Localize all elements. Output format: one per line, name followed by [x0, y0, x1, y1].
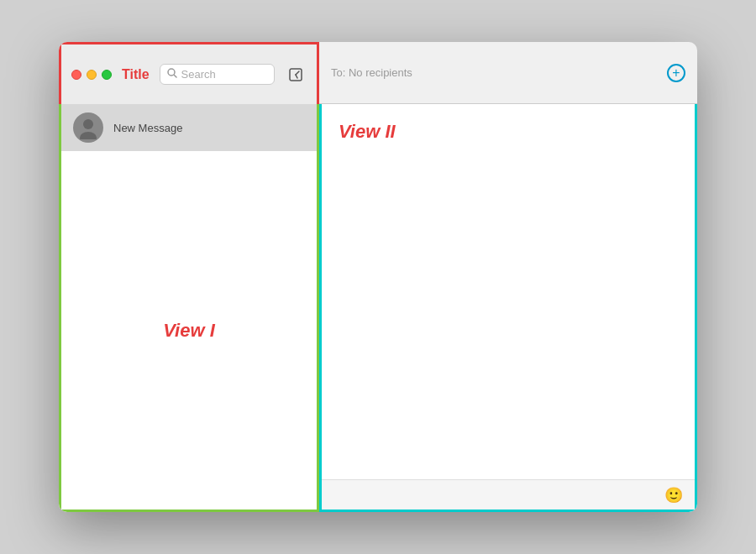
- titlebar-right: To: No recipients +: [319, 42, 697, 104]
- view-ii-label: View II: [339, 121, 396, 143]
- add-recipient-button[interactable]: +: [667, 64, 685, 82]
- avatar: [73, 112, 103, 143]
- right-panel: View II 🙂: [319, 104, 697, 512]
- right-panel-footer: 🙂: [322, 479, 695, 510]
- search-bar[interactable]: Search: [160, 64, 275, 85]
- maximize-button[interactable]: [102, 70, 112, 80]
- new-message-label: New Message: [113, 122, 182, 134]
- close-button[interactable]: [71, 70, 81, 80]
- left-panel: New Message View I: [59, 104, 319, 512]
- new-message-item[interactable]: New Message: [61, 104, 317, 151]
- search-icon: [167, 68, 177, 81]
- search-input[interactable]: Search: [181, 68, 267, 81]
- svg-line-1: [174, 76, 176, 78]
- svg-point-0: [168, 69, 175, 76]
- titlebar-left: Title Search: [59, 42, 319, 104]
- svg-line-3: [296, 71, 299, 75]
- traffic-lights: [71, 70, 112, 80]
- emoji-button[interactable]: 🙂: [664, 486, 683, 504]
- view-i-label: View I: [61, 151, 317, 510]
- minimize-button[interactable]: [87, 70, 97, 80]
- window-title: Title: [122, 67, 150, 82]
- plus-icon: +: [672, 66, 680, 80]
- to-label: To: No recipients: [331, 66, 412, 79]
- app-window: Title Search To: No rec: [59, 42, 697, 512]
- view-ii-content: View II: [322, 104, 695, 479]
- main-content: New Message View I View II 🙂: [59, 104, 697, 512]
- svg-point-5: [83, 119, 93, 129]
- compose-button[interactable]: [285, 65, 307, 84]
- svg-point-6: [80, 132, 97, 139]
- svg-line-4: [296, 75, 297, 78]
- titlebar: Title Search To: No rec: [59, 42, 697, 104]
